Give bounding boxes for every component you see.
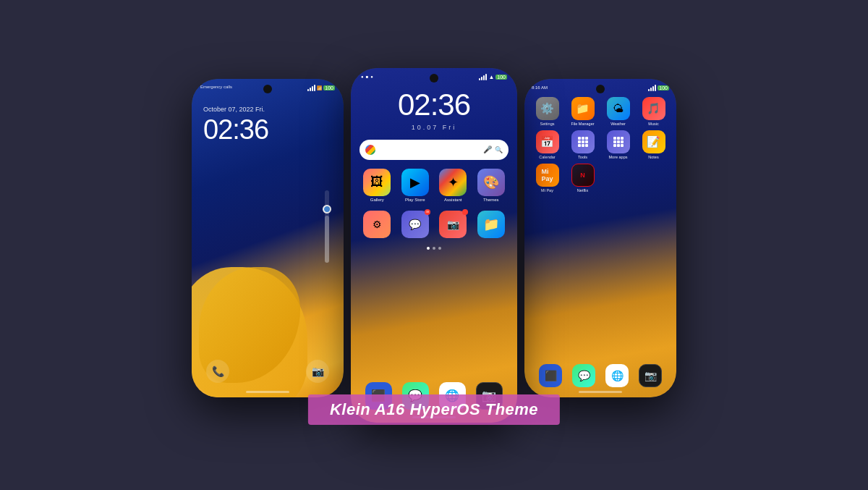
drawer-moreapps[interactable]: More apps	[603, 130, 634, 159]
phone-icon[interactable]: 📞	[206, 360, 229, 383]
weather-icon: 🌤	[607, 97, 630, 120]
lock-bottom-icons: 📞 📷	[192, 360, 344, 383]
battery-1: 100	[323, 85, 335, 90]
drawer-music[interactable]: 🎵 Music	[638, 97, 669, 126]
drawer-calendar[interactable]: 📅 Calendar	[532, 130, 563, 159]
app-badge-2	[462, 209, 468, 215]
app-row2-2[interactable]: 38 💬	[401, 211, 430, 240]
notch-1	[263, 85, 272, 93]
netflix-label: Netflix	[577, 188, 588, 193]
app-badge: 38	[425, 209, 430, 215]
dot-3	[438, 247, 441, 250]
settings-icon: ⚙️	[536, 97, 559, 120]
music-label: Music	[648, 122, 658, 126]
mipay-icon: MiPay	[536, 164, 559, 187]
camera-icon[interactable]: 📷	[306, 360, 329, 383]
battery-3: 100	[658, 85, 669, 90]
app-themes[interactable]: 🎨 Themes	[477, 169, 506, 202]
app-gallery[interactable]: 🖼 Gallery	[362, 169, 392, 202]
status-icons-2: ▲ 100	[479, 74, 507, 80]
phone-symbol: 📞	[212, 366, 224, 377]
moreapps-icon	[607, 130, 630, 153]
drawer-netflix[interactable]: N Netflix	[567, 164, 598, 193]
slider-fill	[325, 216, 329, 263]
app-icon-r2-1: ⚙	[363, 211, 391, 238]
moreapps-label: More apps	[609, 155, 628, 159]
lens-icon[interactable]: 🔍	[495, 146, 503, 153]
phone-homescreen: ● ■ ● ▲ 100	[351, 68, 517, 423]
settings-label: Settings	[540, 122, 555, 126]
tools-label: Tools	[578, 155, 587, 159]
dock3-chrome[interactable]: 🌐	[605, 364, 629, 387]
apps-row-1: 🖼 Gallery ▶ Play Store ✦	[351, 166, 517, 205]
home-time: 02:36	[351, 80, 517, 124]
dock3-messages[interactable]: 💬	[572, 364, 595, 387]
microphone-icon[interactable]: 🎤	[483, 145, 492, 153]
lock-time: 02:36	[192, 114, 344, 145]
brightness-slider[interactable]	[325, 190, 329, 263]
tools-icon	[571, 130, 595, 153]
app-grid-drawer: ⚙️ Settings 📁 File Manager 🌤 Weather	[524, 91, 676, 198]
dock3-files[interactable]: ⬛	[539, 364, 562, 387]
weather-label: Weather	[610, 122, 626, 126]
signal-bars-2	[479, 74, 487, 80]
app-row2-4[interactable]: 📁	[477, 211, 506, 240]
google-logo	[365, 145, 375, 155]
appdrawer-screen: 8:16 AM 100	[524, 79, 676, 397]
drawer-filemanager[interactable]: 📁 File Manager	[567, 97, 598, 126]
camera-symbol: 📷	[312, 366, 324, 377]
assistant-icon: ✦	[439, 169, 467, 196]
app-icon-r2-3: 📷	[439, 211, 467, 238]
lock-date: October 07, 2022 Fri.	[192, 91, 344, 114]
home-date: 10.07 Fri	[351, 124, 517, 131]
app-assistant[interactable]: ✦ Assistant	[438, 169, 468, 202]
signal-bars-1	[307, 85, 315, 91]
netflix-icon: N	[571, 164, 595, 187]
signal-bars-3	[648, 85, 656, 91]
status-left-icons: ● ■ ●	[361, 75, 373, 79]
notes-label: Notes	[648, 155, 658, 159]
app-row2-1[interactable]: ⚙	[362, 211, 392, 240]
playstore-label: Play Store	[405, 198, 425, 202]
title-text: Klein A16 HyperOS Theme	[330, 400, 538, 418]
drawer-status-icons: 100	[648, 85, 669, 91]
notes-icon: 📝	[642, 130, 665, 153]
filemanager-label: File Manager	[571, 122, 594, 126]
music-icon: 🎵	[642, 97, 665, 120]
themes-label: Themes	[483, 198, 499, 202]
search-bar[interactable]: 🎤 🔍	[359, 140, 509, 160]
dock-row-3: ⬛ 💬 🌐 📷	[524, 364, 676, 387]
dock3-camera[interactable]: 📷	[639, 364, 662, 387]
phone-appdrawer: 8:16 AM 100	[524, 79, 676, 397]
mipay-label: Mi Pay	[541, 188, 553, 193]
dots-indicator	[351, 247, 517, 250]
status-icons-1: 📶 100	[307, 85, 335, 91]
home-indicator-3	[579, 391, 622, 393]
notch-2	[430, 74, 438, 83]
calendar-label: Calendar	[539, 155, 555, 159]
drawer-settings[interactable]: ⚙️ Settings	[532, 97, 563, 126]
lockscreen-screen: Emergency calls 📶 100 Oct	[192, 79, 344, 397]
calendar-icon: 📅	[536, 130, 559, 153]
gallery-icon: 🖼	[363, 169, 391, 196]
app-row2-3[interactable]: 📷	[438, 211, 468, 240]
apps-row-2: ⚙ 38 💬	[351, 208, 517, 242]
page-background: Emergency calls 📶 100 Oct	[0, 0, 868, 490]
themes-icon: 🎨	[477, 169, 505, 196]
drawer-tools[interactable]: Tools	[567, 130, 598, 159]
drawer-weather[interactable]: 🌤 Weather	[603, 97, 634, 126]
slider-thumb[interactable]	[323, 205, 331, 214]
assistant-label: Assistant	[444, 198, 461, 202]
phone-lockscreen: Emergency calls 📶 100 Oct	[192, 79, 344, 397]
homescreen-screen: ● ■ ● ▲ 100	[351, 68, 517, 423]
notch-3	[596, 85, 605, 93]
app-playstore[interactable]: ▶ Play Store	[401, 169, 430, 202]
filemanager-icon: 📁	[571, 97, 595, 120]
drawer-mipay[interactable]: MiPay Mi Pay	[532, 164, 563, 193]
dot-1	[427, 247, 430, 250]
app-icon-r2-4: 📁	[477, 211, 505, 238]
drawer-notes[interactable]: 📝 Notes	[638, 130, 669, 159]
drawer-time: 8:16 AM	[532, 85, 548, 90]
app-icon-r2-2: 38 💬	[401, 211, 429, 238]
emergency-calls-label: Emergency calls	[200, 85, 232, 91]
